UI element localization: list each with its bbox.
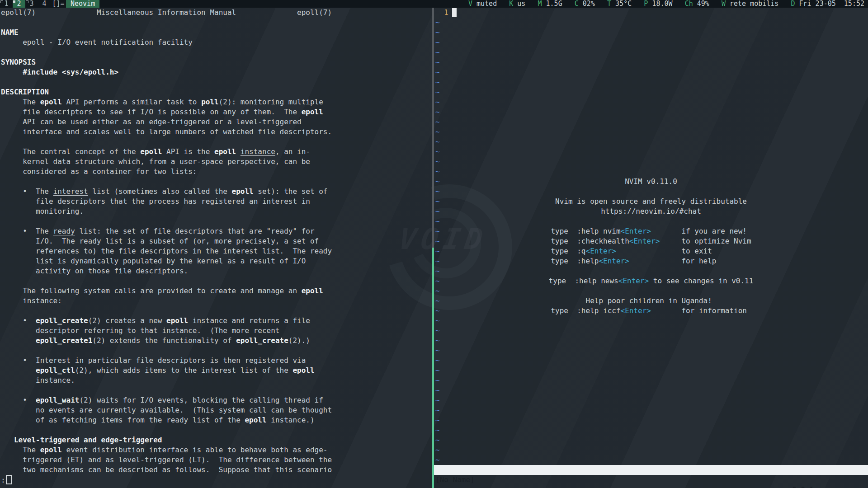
nvim-empty-row: ~type :checkhealth<Enter> to optimize Nv… bbox=[434, 236, 868, 246]
nvim-empty-row: ~type :help<Enter> for help bbox=[434, 256, 868, 266]
tilde-marker: ~ bbox=[435, 445, 440, 455]
man-line: • The interest list (sometimes also call… bbox=[0, 187, 432, 197]
tilde-marker: ~ bbox=[435, 356, 440, 366]
nvim-intro-line: type :help iccf<Enter> for information bbox=[434, 306, 868, 316]
tilde-marker: ~ bbox=[435, 395, 440, 405]
tilde-marker: ~ bbox=[435, 57, 440, 67]
man-line bbox=[0, 306, 432, 316]
man-line: instance: bbox=[0, 296, 432, 306]
man-line bbox=[0, 346, 432, 356]
man-line: The epoll event distribution interface i… bbox=[0, 445, 432, 455]
tilde-marker: ~ bbox=[435, 366, 440, 375]
nvim-empty-row: ~ bbox=[434, 57, 868, 67]
man-line: • epoll_create(2) creates a new epoll in… bbox=[0, 316, 432, 326]
nvim-empty-row: ~ bbox=[434, 435, 868, 445]
tilde-marker: ~ bbox=[435, 87, 440, 97]
man-line: epoll(7) Miscellaneous Information Manua… bbox=[0, 8, 432, 18]
tilde-marker: ~ bbox=[435, 206, 440, 216]
line-number: 1 bbox=[435, 8, 453, 18]
nvim-empty-row: ~ bbox=[434, 336, 868, 346]
tilde-marker: ~ bbox=[435, 425, 440, 435]
tilde-marker: ~ bbox=[435, 226, 440, 236]
man-page-content: epoll(7) Miscellaneous Information Manua… bbox=[0, 8, 432, 475]
status-key-W: W bbox=[722, 0, 726, 8]
tilde-marker: ~ bbox=[435, 306, 440, 316]
tilde-marker: ~ bbox=[435, 266, 440, 276]
neovim-command-line[interactable] bbox=[434, 475, 868, 488]
nvim-empty-row: ~ bbox=[434, 28, 868, 38]
tilde-marker: ~ bbox=[435, 435, 440, 445]
layout-symbol[interactable]: []= bbox=[51, 0, 66, 8]
man-line: epoll - I/O event notification facility bbox=[0, 38, 432, 47]
tilde-marker: ~ bbox=[435, 157, 440, 167]
man-line: two mechanisms can be described as follo… bbox=[0, 465, 432, 475]
pager-prompt-row[interactable]: : bbox=[0, 475, 432, 485]
tilde-marker: ~ bbox=[435, 455, 440, 465]
man-line: triggered (ET) and as level-triggered (L… bbox=[0, 455, 432, 465]
tag-client-indicator-icon bbox=[26, 0, 28, 3]
nvim-empty-row: ~ bbox=[434, 415, 868, 425]
workspace-tag-3[interactable]: 3 bbox=[25, 0, 38, 8]
nvim-empty-row: ~ bbox=[434, 137, 868, 147]
nvim-empty-row: ~ bbox=[434, 147, 868, 157]
tilde-marker: ~ bbox=[435, 18, 440, 28]
man-line: • Interest in particular file descriptor… bbox=[0, 356, 432, 366]
screen: VOID 1234 []= Neovim V muted K us M 1.5G… bbox=[0, 0, 868, 488]
nvim-intro-line: type :help nvim<Enter> if you are new! bbox=[434, 226, 868, 236]
nvim-empty-row: ~ bbox=[434, 187, 868, 197]
man-line: • The ready list: the set of file descri… bbox=[0, 226, 432, 236]
dwm-top-bar: 1234 []= Neovim V muted K us M 1.5G C 02… bbox=[0, 0, 868, 8]
man-line: no events are currently available. (This… bbox=[0, 405, 432, 415]
tilde-marker: ~ bbox=[435, 147, 440, 157]
nvim-empty-row: ~type :q<Enter> to exit bbox=[434, 246, 868, 256]
focused-window-title[interactable]: Neovim bbox=[66, 0, 99, 8]
nvim-intro-line: https://neovim.io/#chat bbox=[434, 206, 868, 216]
workspace-tags: 1234 bbox=[0, 0, 51, 8]
man-line: of as fetching items from the ready list… bbox=[0, 415, 432, 425]
nvim-empty-row: ~ bbox=[434, 216, 868, 226]
nvim-empty-row: ~ bbox=[434, 67, 868, 77]
nvim-intro-line: Nvim is open source and freely distribut… bbox=[434, 197, 868, 206]
nvim-empty-row: ~ bbox=[434, 18, 868, 28]
neovim-buffer-area: 1 ~~~~~~~~~~~~~~~~~NVIM v0.11.0~~Nvim is… bbox=[434, 8, 868, 465]
tilde-marker: ~ bbox=[435, 137, 440, 147]
tilde-marker: ~ bbox=[435, 47, 440, 57]
man-line: API can be used either as an edge-trigge… bbox=[0, 117, 432, 127]
nvim-empty-row: ~ bbox=[434, 445, 868, 455]
man-line: kernel data structure which, from a user… bbox=[0, 157, 432, 167]
tilde-marker: ~ bbox=[435, 197, 440, 206]
nvim-empty-row: ~https://neovim.io/#chat bbox=[434, 206, 868, 216]
tilde-marker: ~ bbox=[435, 326, 440, 336]
man-line: DESCRIPTION bbox=[0, 87, 432, 97]
status-key-C: C bbox=[575, 0, 579, 8]
nvim-intro-line: type :help news<Enter> to see changes in… bbox=[434, 276, 868, 286]
tilde-marker: ~ bbox=[435, 167, 440, 177]
nvim-empty-row: ~ bbox=[434, 87, 868, 97]
man-line: activity on those file descriptors. bbox=[0, 266, 432, 276]
man-line: monitoring. bbox=[0, 206, 432, 216]
man-line: SYNOPSIS bbox=[0, 57, 432, 67]
nvim-empty-row: ~NVIM v0.11.0 bbox=[434, 177, 868, 187]
tilde-marker: ~ bbox=[435, 316, 440, 326]
window-separator bbox=[432, 8, 434, 488]
workspace-tag-2[interactable]: 2 bbox=[13, 0, 25, 8]
nvim-empty-row: ~ bbox=[434, 127, 868, 137]
tilde-marker: ~ bbox=[435, 236, 440, 246]
workspace-tag-4[interactable]: 4 bbox=[38, 0, 51, 8]
status-key-M: M bbox=[538, 0, 542, 8]
terminal-pane-man-epoll[interactable]: epoll(7) Miscellaneous Information Manua… bbox=[0, 8, 432, 488]
nvim-empty-row: ~ bbox=[434, 405, 868, 415]
man-line: epoll_create1(2) extends the functionali… bbox=[0, 336, 432, 346]
status-key-Ch: Ch bbox=[685, 0, 693, 8]
nvim-empty-row: ~ bbox=[434, 455, 868, 465]
man-line bbox=[0, 425, 432, 435]
neovim-statusline: [No Name] 0,0-1 All bbox=[434, 465, 868, 475]
neovim-pane[interactable]: 1 ~~~~~~~~~~~~~~~~~NVIM v0.11.0~~Nvim is… bbox=[434, 8, 868, 488]
man-line: list is dynamically populated by the ker… bbox=[0, 256, 432, 266]
status-key-V: V bbox=[468, 0, 472, 8]
man-line: instance. bbox=[0, 375, 432, 385]
nvim-empty-row: ~ bbox=[434, 107, 868, 117]
nvim-empty-row: ~Nvim is open source and freely distribu… bbox=[434, 197, 868, 206]
nvim-empty-row: ~ bbox=[434, 385, 868, 395]
workspace-tag-1[interactable]: 1 bbox=[0, 0, 13, 8]
